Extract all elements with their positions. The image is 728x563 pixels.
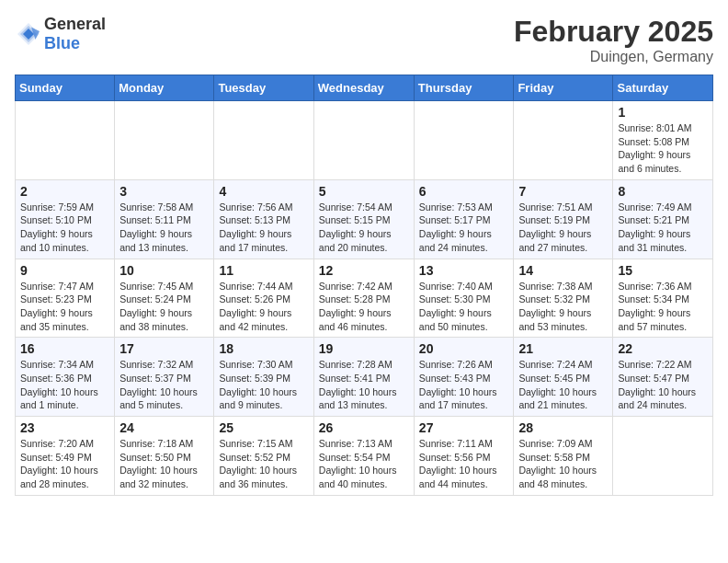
weekday-header-thursday: Thursday: [414, 75, 514, 101]
month-title: February 2025: [514, 15, 713, 49]
day-number: 22: [618, 341, 708, 356]
day-info: Sunrise: 7:32 AM Sunset: 5:37 PM Dayligh…: [119, 358, 209, 412]
day-info: Sunrise: 7:58 AM Sunset: 5:11 PM Dayligh…: [119, 201, 209, 255]
day-info: Sunrise: 7:51 AM Sunset: 5:19 PM Dayligh…: [518, 201, 608, 255]
day-number: 16: [20, 341, 109, 356]
calendar-cell: 10Sunrise: 7:45 AM Sunset: 5:24 PM Dayli…: [115, 259, 214, 338]
day-number: 10: [119, 263, 209, 278]
day-info: Sunrise: 7:42 AM Sunset: 5:28 PM Dayligh…: [319, 280, 409, 334]
calendar-cell: 26Sunrise: 7:13 AM Sunset: 5:54 PM Dayli…: [313, 417, 414, 496]
day-info: Sunrise: 7:18 AM Sunset: 5:50 PM Dayligh…: [119, 437, 209, 491]
calendar-cell: 23Sunrise: 7:20 AM Sunset: 5:49 PM Dayli…: [16, 417, 115, 496]
calendar-cell: 3Sunrise: 7:58 AM Sunset: 5:11 PM Daylig…: [115, 179, 214, 259]
day-number: 4: [219, 184, 308, 199]
calendar-cell: 27Sunrise: 7:11 AM Sunset: 5:56 PM Dayli…: [414, 417, 514, 496]
day-info: Sunrise: 7:15 AM Sunset: 5:52 PM Dayligh…: [219, 437, 308, 491]
calendar-week-row: 9Sunrise: 7:47 AM Sunset: 5:23 PM Daylig…: [16, 259, 713, 338]
calendar-cell: [414, 101, 514, 180]
day-number: 14: [518, 263, 608, 278]
day-number: 11: [219, 263, 308, 278]
day-number: 1: [618, 105, 708, 120]
weekday-header-tuesday: Tuesday: [214, 75, 313, 101]
calendar-cell: 16Sunrise: 7:34 AM Sunset: 5:36 PM Dayli…: [16, 338, 115, 417]
logo-general: General: [44, 15, 106, 33]
day-number: 17: [119, 341, 209, 356]
calendar-cell: 19Sunrise: 7:28 AM Sunset: 5:41 PM Dayli…: [313, 338, 414, 417]
calendar-week-row: 2Sunrise: 7:59 AM Sunset: 5:10 PM Daylig…: [16, 179, 713, 259]
calendar-cell: 2Sunrise: 7:59 AM Sunset: 5:10 PM Daylig…: [16, 179, 115, 259]
day-number: 26: [319, 420, 409, 435]
day-number: 21: [518, 341, 608, 356]
calendar-cell: 17Sunrise: 7:32 AM Sunset: 5:37 PM Dayli…: [115, 338, 214, 417]
calendar-week-row: 16Sunrise: 7:34 AM Sunset: 5:36 PM Dayli…: [16, 338, 713, 417]
day-info: Sunrise: 8:01 AM Sunset: 5:08 PM Dayligh…: [618, 121, 708, 176]
calendar-cell: 6Sunrise: 7:53 AM Sunset: 5:17 PM Daylig…: [414, 179, 514, 259]
day-info: Sunrise: 7:22 AM Sunset: 5:47 PM Dayligh…: [618, 358, 708, 412]
calendar-cell: 15Sunrise: 7:36 AM Sunset: 5:34 PM Dayli…: [613, 259, 713, 338]
weekday-header-row: SundayMondayTuesdayWednesdayThursdayFrid…: [16, 75, 713, 101]
calendar-cell: 20Sunrise: 7:26 AM Sunset: 5:43 PM Dayli…: [414, 338, 514, 417]
day-info: Sunrise: 7:36 AM Sunset: 5:34 PM Dayligh…: [618, 280, 708, 334]
calendar-cell: 8Sunrise: 7:49 AM Sunset: 5:21 PM Daylig…: [613, 179, 713, 259]
weekday-header-sunday: Sunday: [16, 75, 115, 101]
calendar-week-row: 23Sunrise: 7:20 AM Sunset: 5:49 PM Dayli…: [16, 417, 713, 496]
day-info: Sunrise: 7:45 AM Sunset: 5:24 PM Dayligh…: [119, 280, 209, 334]
day-number: 8: [618, 184, 708, 199]
title-block: February 2025 Duingen, Germany: [514, 15, 713, 65]
calendar-cell: 22Sunrise: 7:22 AM Sunset: 5:47 PM Dayli…: [613, 338, 713, 417]
calendar-cell: 4Sunrise: 7:56 AM Sunset: 5:13 PM Daylig…: [214, 179, 313, 259]
calendar-cell: 13Sunrise: 7:40 AM Sunset: 5:30 PM Dayli…: [414, 259, 514, 338]
day-number: 13: [419, 263, 509, 278]
day-number: 23: [20, 420, 109, 435]
day-info: Sunrise: 7:47 AM Sunset: 5:23 PM Dayligh…: [20, 280, 109, 334]
weekday-header-friday: Friday: [514, 75, 613, 101]
day-number: 20: [419, 341, 509, 356]
calendar-cell: 14Sunrise: 7:38 AM Sunset: 5:32 PM Dayli…: [514, 259, 613, 338]
logo: General Blue: [15, 15, 106, 53]
day-info: Sunrise: 7:40 AM Sunset: 5:30 PM Dayligh…: [419, 280, 509, 334]
calendar-cell: 18Sunrise: 7:30 AM Sunset: 5:39 PM Dayli…: [214, 338, 313, 417]
day-number: 12: [319, 263, 409, 278]
day-number: 6: [419, 184, 509, 199]
calendar-cell: [115, 101, 214, 180]
day-info: Sunrise: 7:11 AM Sunset: 5:56 PM Dayligh…: [419, 437, 509, 491]
calendar-cell: 11Sunrise: 7:44 AM Sunset: 5:26 PM Dayli…: [214, 259, 313, 338]
calendar-cell: [16, 101, 115, 180]
calendar-cell: 21Sunrise: 7:24 AM Sunset: 5:45 PM Dayli…: [514, 338, 613, 417]
calendar-cell: 9Sunrise: 7:47 AM Sunset: 5:23 PM Daylig…: [16, 259, 115, 338]
calendar-cell: 24Sunrise: 7:18 AM Sunset: 5:50 PM Dayli…: [115, 417, 214, 496]
day-info: Sunrise: 7:26 AM Sunset: 5:43 PM Dayligh…: [419, 358, 509, 412]
day-number: 7: [518, 184, 608, 199]
day-info: Sunrise: 7:20 AM Sunset: 5:49 PM Dayligh…: [20, 437, 109, 491]
day-info: Sunrise: 7:09 AM Sunset: 5:58 PM Dayligh…: [518, 437, 608, 491]
day-info: Sunrise: 7:34 AM Sunset: 5:36 PM Dayligh…: [20, 358, 109, 412]
logo-blue: Blue: [44, 34, 80, 52]
day-info: Sunrise: 7:53 AM Sunset: 5:17 PM Dayligh…: [419, 201, 509, 255]
day-number: 19: [319, 341, 409, 356]
day-info: Sunrise: 7:44 AM Sunset: 5:26 PM Dayligh…: [219, 280, 308, 334]
calendar-cell: [313, 101, 414, 180]
location-title: Duingen, Germany: [514, 49, 713, 65]
day-info: Sunrise: 7:13 AM Sunset: 5:54 PM Dayligh…: [319, 437, 409, 491]
day-info: Sunrise: 7:30 AM Sunset: 5:39 PM Dayligh…: [219, 358, 308, 412]
day-number: 18: [219, 341, 308, 356]
day-info: Sunrise: 7:28 AM Sunset: 5:41 PM Dayligh…: [319, 358, 409, 412]
calendar-cell: 1Sunrise: 8:01 AM Sunset: 5:08 PM Daylig…: [613, 101, 713, 180]
day-number: 5: [319, 184, 409, 199]
day-number: 27: [419, 420, 509, 435]
calendar-cell: 25Sunrise: 7:15 AM Sunset: 5:52 PM Dayli…: [214, 417, 313, 496]
calendar-cell: [613, 417, 713, 496]
day-number: 9: [20, 263, 109, 278]
day-info: Sunrise: 7:56 AM Sunset: 5:13 PM Dayligh…: [219, 201, 308, 255]
calendar-week-row: 1Sunrise: 8:01 AM Sunset: 5:08 PM Daylig…: [16, 101, 713, 180]
day-info: Sunrise: 7:49 AM Sunset: 5:21 PM Dayligh…: [618, 201, 708, 255]
day-number: 28: [518, 420, 608, 435]
day-info: Sunrise: 7:38 AM Sunset: 5:32 PM Dayligh…: [518, 280, 608, 334]
page-header: General Blue February 2025 Duingen, Germ…: [15, 15, 713, 65]
weekday-header-saturday: Saturday: [613, 75, 713, 101]
day-info: Sunrise: 7:59 AM Sunset: 5:10 PM Dayligh…: [20, 201, 109, 255]
calendar-cell: 12Sunrise: 7:42 AM Sunset: 5:28 PM Dayli…: [313, 259, 414, 338]
day-number: 24: [119, 420, 209, 435]
calendar-table: SundayMondayTuesdayWednesdayThursdayFrid…: [15, 75, 713, 496]
logo-icon: [15, 20, 42, 48]
